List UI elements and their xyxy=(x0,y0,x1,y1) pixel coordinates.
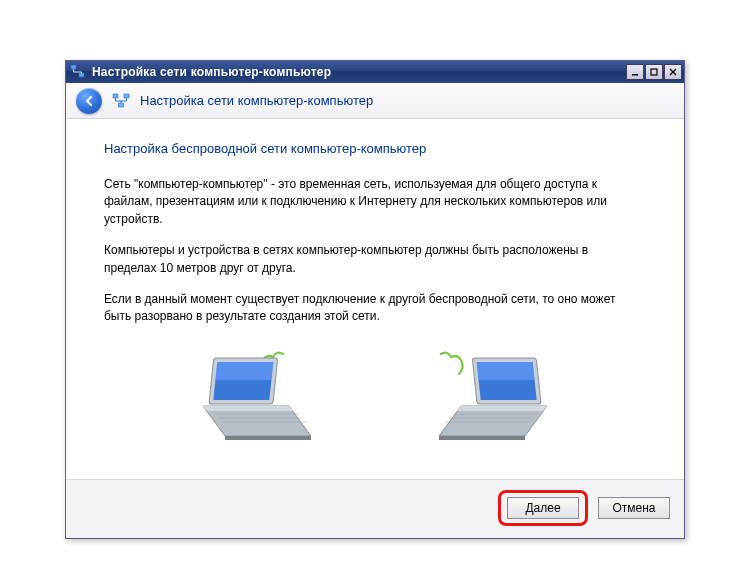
page-heading: Настройка беспроводной сети компьютер-ко… xyxy=(104,141,646,156)
minimize-button[interactable] xyxy=(626,64,644,80)
next-button[interactable]: Далее xyxy=(507,497,579,519)
svg-rect-0 xyxy=(71,65,76,69)
description-para-2: Компьютеры и устройства в сетях компьюте… xyxy=(104,242,624,277)
svg-rect-4 xyxy=(113,94,118,98)
header-title: Настройка сети компьютер-компьютер xyxy=(140,93,373,108)
svg-rect-3 xyxy=(651,69,657,75)
illustration xyxy=(104,346,646,449)
svg-rect-9 xyxy=(215,362,273,380)
header-bar: Настройка сети компьютер-компьютер xyxy=(66,83,684,119)
content-area: Настройка беспроводной сети компьютер-ко… xyxy=(66,119,684,479)
laptop-left-icon xyxy=(185,346,315,449)
back-button[interactable] xyxy=(76,88,102,114)
app-icon xyxy=(70,64,86,80)
svg-rect-15 xyxy=(477,362,535,380)
network-icon xyxy=(112,92,130,110)
maximize-button[interactable] xyxy=(645,64,663,80)
svg-rect-1 xyxy=(79,73,84,77)
laptop-right-icon xyxy=(435,346,565,449)
window-title: Настройка сети компьютер-компьютер xyxy=(92,65,620,79)
svg-rect-6 xyxy=(119,103,124,107)
wizard-window: Настройка сети компьютер-компьютер xyxy=(65,60,685,539)
svg-rect-2 xyxy=(632,74,638,76)
footer: Далее Отмена xyxy=(66,479,684,538)
description-para-3: Если в данный момент существует подключе… xyxy=(104,291,624,326)
description-para-1: Сеть "компьютер-компьютер" - это временн… xyxy=(104,176,624,228)
svg-rect-5 xyxy=(124,94,129,98)
titlebar: Настройка сети компьютер-компьютер xyxy=(66,61,684,83)
close-button[interactable] xyxy=(664,64,682,80)
highlight-annotation: Далее xyxy=(498,490,588,526)
cancel-button[interactable]: Отмена xyxy=(598,497,670,519)
